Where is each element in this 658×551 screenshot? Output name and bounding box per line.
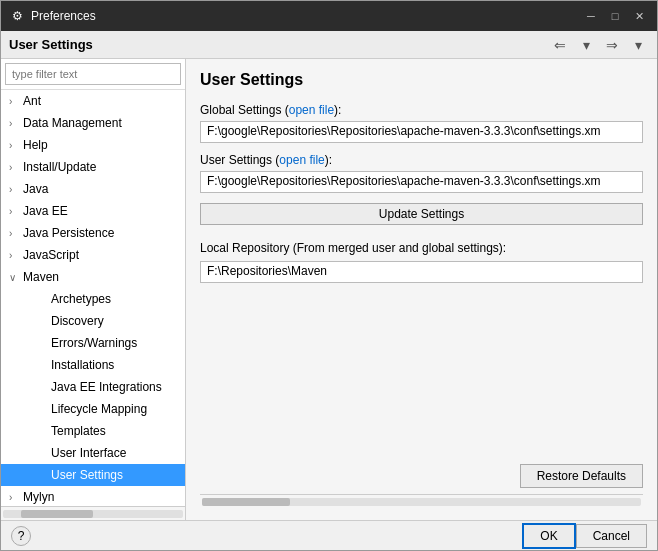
maximize-button[interactable]: □ [605, 6, 625, 26]
cancel-button[interactable]: Cancel [576, 524, 647, 548]
sidebar-item-label: Lifecycle Mapping [51, 402, 147, 416]
sidebar-item-help[interactable]: › Help [1, 134, 185, 156]
sidebar-item-java-persistence[interactable]: › Java Persistence [1, 222, 185, 244]
local-repo-label: Local Repository (From merged user and g… [200, 241, 643, 255]
sidebar-item-label: Templates [51, 424, 106, 438]
sidebar-item-label: Install/Update [23, 160, 96, 174]
arrow-icon: › [9, 492, 23, 503]
sidebar-item-label: Java EE Integrations [51, 380, 162, 394]
title-bar: ⚙ Preferences ─ □ ✕ [1, 1, 657, 31]
global-settings-field[interactable]: F:\google\Repositories\Repositories\apac… [200, 121, 643, 143]
sidebar-item-lifecycle-mapping[interactable]: Lifecycle Mapping [1, 398, 185, 420]
toolbar: User Settings ⇐ ▾ ⇒ ▾ [1, 31, 657, 59]
footer-bar: ? OK Cancel [1, 520, 657, 550]
arrow-icon: › [9, 140, 23, 151]
arrow-icon: › [9, 96, 23, 107]
sidebar-item-label: Java [23, 182, 48, 196]
sidebar-horizontal-scrollbar[interactable] [1, 506, 185, 520]
arrow-icon: › [9, 228, 23, 239]
sidebar-item-label: Mylyn [23, 490, 54, 504]
close-button[interactable]: ✕ [629, 6, 649, 26]
local-repo-field[interactable]: F:\Repositories\Maven [200, 261, 643, 283]
sidebar-item-label: Installations [51, 358, 114, 372]
user-settings-label: User Settings (open file): [200, 153, 643, 167]
global-settings-label: Global Settings (open file): [200, 103, 643, 117]
search-input[interactable] [5, 63, 181, 85]
sidebar-item-label: Discovery [51, 314, 104, 328]
back-button[interactable]: ⇐ [549, 34, 571, 56]
toolbar-title: User Settings [9, 37, 545, 52]
forward-button[interactable]: ⇒ [601, 34, 623, 56]
sidebar-item-errors-warnings[interactable]: Errors/Warnings [1, 332, 185, 354]
sidebar-item-discovery[interactable]: Discovery [1, 310, 185, 332]
content-area: User Settings Global Settings (open file… [186, 59, 657, 520]
restore-defaults-button[interactable]: Restore Defaults [520, 464, 643, 488]
ok-button[interactable]: OK [522, 523, 575, 549]
sidebar-item-label: Help [23, 138, 48, 152]
window-icon: ⚙ [9, 8, 25, 24]
sidebar-item-java[interactable]: › Java [1, 178, 185, 200]
sidebar-item-install-update[interactable]: › Install/Update [1, 156, 185, 178]
sidebar-item-java-ee-integration[interactable]: Java EE Integrations [1, 376, 185, 398]
sidebar-item-label: Maven [23, 270, 59, 284]
main-area: › Ant › Data Management › Help › Install… [1, 59, 657, 520]
sidebar-item-java-ee[interactable]: › Java EE [1, 200, 185, 222]
update-settings-button[interactable]: Update Settings [200, 203, 643, 225]
arrow-icon: ∨ [9, 272, 23, 283]
sidebar-item-javascript[interactable]: › JavaScript [1, 244, 185, 266]
sidebar-item-label: JavaScript [23, 248, 79, 262]
restore-defaults-area: Restore Defaults [200, 464, 643, 488]
sidebar-item-maven[interactable]: ∨ Maven [1, 266, 185, 288]
arrow-icon: › [9, 162, 23, 173]
sidebar-item-label: User Interface [51, 446, 126, 460]
sidebar-item-user-interface[interactable]: User Interface [1, 442, 185, 464]
content-horizontal-scrollbar[interactable] [200, 494, 643, 508]
sidebar-item-templates[interactable]: Templates [1, 420, 185, 442]
sidebar-item-label: Data Management [23, 116, 122, 130]
preferences-window: ⚙ Preferences ─ □ ✕ User Settings ⇐ ▾ ⇒ … [0, 0, 658, 551]
arrow-icon: › [9, 184, 23, 195]
sidebar-item-label: Errors/Warnings [51, 336, 137, 350]
arrow-icon: › [9, 118, 23, 129]
user-settings-field[interactable]: F:\google\Repositories\Repositories\apac… [200, 171, 643, 193]
sidebar-item-installations[interactable]: Installations [1, 354, 185, 376]
forward-dropdown-button[interactable]: ▾ [627, 34, 649, 56]
sidebar-item-archetypes[interactable]: Archetypes [1, 288, 185, 310]
back-dropdown-button[interactable]: ▾ [575, 34, 597, 56]
sidebar-item-data-management[interactable]: › Data Management [1, 112, 185, 134]
window-controls: ─ □ ✕ [581, 6, 649, 26]
tree: › Ant › Data Management › Help › Install… [1, 90, 185, 506]
sidebar-item-label: Ant [23, 94, 41, 108]
content-scrollbar-track [202, 498, 641, 506]
content-title: User Settings [200, 71, 643, 89]
arrow-icon: › [9, 206, 23, 217]
sidebar-item-mylyn[interactable]: › Mylyn [1, 486, 185, 506]
global-settings-link[interactable]: open file [289, 103, 334, 117]
arrow-icon: › [9, 250, 23, 261]
sidebar-scrollbar-track [3, 510, 183, 518]
sidebar-item-label: User Settings [51, 468, 123, 482]
help-button[interactable]: ? [11, 526, 31, 546]
sidebar-item-ant[interactable]: › Ant [1, 90, 185, 112]
sidebar-item-user-settings[interactable]: User Settings [1, 464, 185, 486]
minimize-button[interactable]: ─ [581, 6, 601, 26]
content-scrollbar-thumb [202, 498, 290, 506]
window-title: Preferences [31, 9, 581, 23]
sidebar-item-label: Java EE [23, 204, 68, 218]
sidebar-item-label: Archetypes [51, 292, 111, 306]
user-settings-link[interactable]: open file [279, 153, 324, 167]
sidebar-scrollbar-thumb [21, 510, 93, 518]
search-box [1, 59, 185, 90]
sidebar: › Ant › Data Management › Help › Install… [1, 59, 186, 520]
sidebar-item-label: Java Persistence [23, 226, 114, 240]
